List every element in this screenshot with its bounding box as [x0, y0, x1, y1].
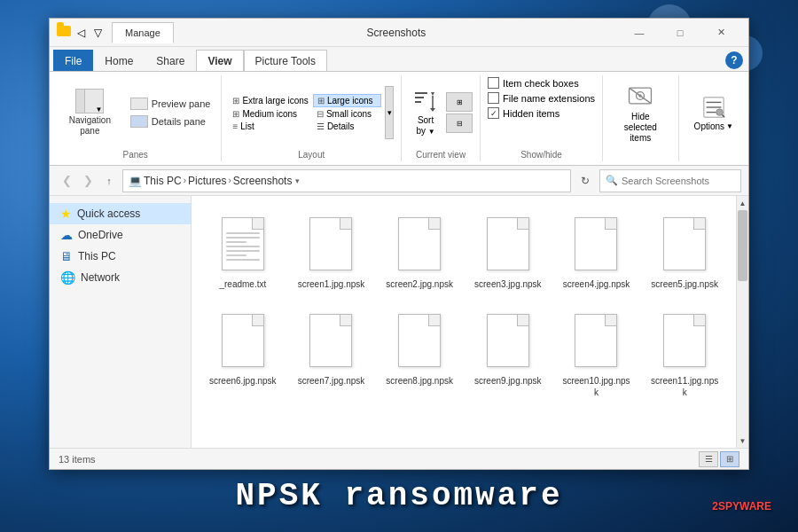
file-name: screen1.jpg.npsk: [298, 278, 365, 290]
main-area: ★ Quick access ☁ OneDrive 🖥 This PC 🌐 Ne…: [50, 196, 748, 448]
navigation-pane-button[interactable]: ▼ Navigation pane: [57, 84, 123, 141]
preview-pane-button[interactable]: Preview pane: [127, 96, 215, 112]
refresh-button[interactable]: ↻: [575, 170, 596, 192]
sidebar-item-network[interactable]: 🌐 Network: [50, 267, 191, 288]
search-icon: 🔍: [606, 175, 618, 186]
hidden-items-checkbox[interactable]: [488, 107, 499, 119]
file-item[interactable]: screen9.jpg.npsk: [467, 303, 549, 404]
sort-by-button[interactable]: Sortby ▼: [409, 84, 442, 141]
sidebar-item-this-pc[interactable]: 🖥 This PC: [50, 246, 191, 267]
file-item[interactable]: screen6.jpg.npsk: [202, 303, 284, 404]
file-icon: [393, 309, 446, 372]
search-box[interactable]: 🔍: [599, 169, 741, 192]
back-button[interactable]: ❮: [57, 171, 76, 191]
layout-dropdown[interactable]: ▾: [385, 86, 394, 139]
tab-share[interactable]: Share: [145, 50, 196, 71]
list-button[interactable]: ≡ List: [229, 121, 311, 132]
path-segment-pc[interactable]: 💻 This PC: [129, 175, 182, 187]
svg-marker-5: [430, 108, 435, 112]
forward-button[interactable]: ❯: [78, 171, 98, 191]
options-icon: [701, 95, 726, 120]
file-item[interactable]: screen4.jpg.npsk: [556, 207, 638, 296]
manage-tab[interactable]: Manage: [112, 22, 174, 43]
view-size-buttons: ⊞ ⊟: [446, 92, 473, 133]
file-icon: [569, 213, 622, 275]
file-item[interactable]: screen10.jpg.nps k: [556, 303, 638, 404]
file-name-extensions-row[interactable]: File name extensions: [488, 92, 595, 104]
tab-view[interactable]: View: [196, 50, 243, 71]
tab-home[interactable]: Home: [93, 50, 145, 71]
path-separator-1: ›: [184, 176, 186, 185]
details-view-toggle[interactable]: ☰: [699, 451, 718, 467]
file-name: screen7.jpg.npsk: [298, 375, 365, 387]
up-button[interactable]: ↑: [99, 171, 119, 191]
close-button[interactable]: ✕: [700, 19, 741, 47]
minimize-button[interactable]: —: [619, 19, 660, 47]
scroll-down-button[interactable]: ▼: [737, 434, 748, 448]
svg-rect-1: [415, 97, 424, 98]
computer-icon: 🖥: [60, 249, 73, 263]
watermark-number: 2: [712, 500, 718, 512]
details-button[interactable]: ☰ Details: [313, 121, 381, 132]
bottom-title: NPSK ransomware: [0, 478, 798, 514]
tab-file[interactable]: File: [53, 50, 93, 71]
tab-picture-tools[interactable]: Picture Tools: [244, 50, 327, 71]
explorer-window: ◁ ▽ Manage Screenshots — □ ✕ File Home S…: [49, 18, 749, 470]
item-check-boxes-row[interactable]: Item check boxes: [488, 77, 579, 89]
path-segment-pictures[interactable]: Pictures: [188, 175, 226, 187]
status-bar: 13 items ☰ ⊞: [50, 448, 748, 469]
ribbon-group-hide-selected: Hide selecteditems x: [603, 75, 679, 161]
details-pane-icon: [130, 115, 148, 128]
view-btn-2[interactable]: ⊟: [446, 113, 473, 133]
help-button[interactable]: ?: [725, 51, 743, 69]
file-item[interactable]: _readme.txt: [202, 207, 284, 296]
scroll-up-button[interactable]: ▲: [737, 196, 748, 210]
hide-selected-content: Hide selecteditems: [610, 77, 671, 148]
pane-buttons: Preview pane Details pane: [127, 96, 215, 129]
file-item[interactable]: screen8.jpg.npsk: [379, 303, 460, 404]
maximize-button[interactable]: □: [660, 19, 700, 47]
view-btn-1[interactable]: ⊞: [446, 92, 473, 112]
network-label: Network: [81, 271, 120, 284]
file-item[interactable]: screen7.jpg.npsk: [291, 303, 372, 404]
ribbon-group-show-hide: Item check boxes File name extensions Hi…: [481, 75, 603, 161]
extra-large-icons-button[interactable]: ⊞ Extra large icons: [229, 94, 311, 107]
hide-selected-icon: [626, 82, 654, 110]
file-icon: [481, 213, 535, 275]
hide-selected-button[interactable]: Hide selecteditems: [610, 77, 671, 148]
back-icon-small: ◁: [74, 26, 88, 40]
small-icons-button[interactable]: ⊟ Small icons: [313, 108, 381, 120]
file-name: screen6.jpg.npsk: [209, 375, 277, 387]
large-icons-button[interactable]: ⊞ Large icons: [313, 94, 381, 107]
hidden-items-label: Hidden items: [503, 108, 559, 119]
hidden-items-row[interactable]: Hidden items: [488, 107, 559, 119]
path-segment-screenshots[interactable]: Screenshots: [233, 175, 293, 187]
layout-content: ⊞ Extra large icons ⊞ Large icons ⊞ Medi…: [229, 77, 394, 148]
quick-access-label: Quick access: [77, 207, 140, 220]
file-item[interactable]: screen5.jpg.npsk: [644, 207, 725, 296]
sidebar-item-onedrive[interactable]: ☁ OneDrive: [50, 224, 191, 246]
item-check-boxes-checkbox[interactable]: [488, 77, 499, 89]
address-path[interactable]: 💻 This PC › Pictures › Screenshots ▾: [122, 169, 571, 192]
list-label: List: [240, 121, 254, 131]
scrollbar[interactable]: ▲ ▼: [736, 196, 748, 448]
path-dropdown-arrow[interactable]: ▾: [295, 176, 300, 185]
options-button[interactable]: Options ▼: [686, 90, 741, 136]
svg-rect-2: [415, 101, 421, 103]
medium-icons-button[interactable]: ⊞ Medium icons: [229, 108, 311, 120]
file-item[interactable]: screen3.jpg.npsk: [467, 207, 549, 296]
scroll-thumb[interactable]: [738, 210, 747, 281]
title-bar-icons: ◁ ▽: [57, 26, 105, 40]
path-screenshots-label: Screenshots: [233, 175, 293, 187]
hide-selected-label: Hide selecteditems: [616, 112, 665, 144]
sidebar-item-quick-access[interactable]: ★ Quick access: [50, 203, 191, 224]
file-item[interactable]: screen1.jpg.npsk: [291, 207, 372, 296]
large-icons-toggle[interactable]: ⊞: [720, 451, 739, 467]
bottom-title-text: NPSK ransomware: [235, 478, 562, 514]
file-item[interactable]: screen2.jpg.npsk: [379, 207, 460, 296]
file-name-extensions-checkbox[interactable]: [488, 92, 499, 104]
file-item[interactable]: screen11.jpg.nps k: [644, 303, 725, 404]
search-input[interactable]: [622, 176, 735, 186]
path-pictures-label: Pictures: [188, 175, 226, 187]
details-pane-button[interactable]: Details pane: [127, 113, 215, 129]
